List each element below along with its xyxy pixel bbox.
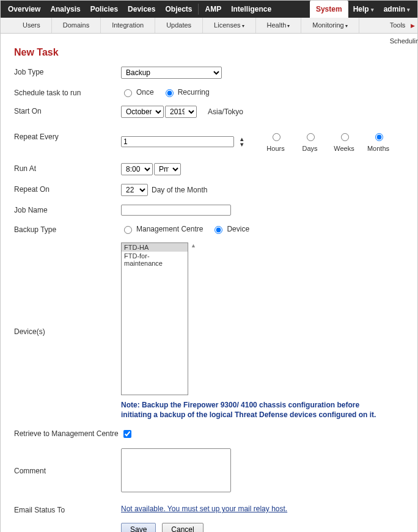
run-at-hour-select[interactable]: 8:00 <box>121 163 153 175</box>
start-month-select[interactable]: October <box>121 106 164 118</box>
job-type-label: Job Type <box>14 67 121 76</box>
repeat-stepper[interactable]: ▴ ▾ <box>240 136 244 147</box>
nav-policies[interactable]: Policies <box>86 1 123 18</box>
job-name-input[interactable] <box>121 205 231 216</box>
devices-note: Note: Backup the Firepower 9300/ 4100 ch… <box>121 400 390 420</box>
nav-system[interactable]: System <box>310 1 348 18</box>
schedule-once-radio[interactable]: Once <box>121 87 154 97</box>
tab-health[interactable]: Health▾ <box>256 18 302 33</box>
repeat-on-suffix: Day of the Month <box>152 186 207 194</box>
comment-textarea[interactable] <box>121 448 231 492</box>
repeat-on-day-select[interactable]: 22 <box>121 184 148 196</box>
email-relay-link[interactable]: Not available. You must set up your mail… <box>121 505 287 513</box>
timezone-text: Asia/Tokyo <box>208 107 243 116</box>
scroll-up-icon[interactable]: ▲ <box>191 242 196 249</box>
start-on-label: Start On <box>14 106 121 115</box>
unit-hours-label: Hours <box>258 145 293 152</box>
unit-days-radio[interactable] <box>307 133 315 141</box>
chevron-right-icon: ▶ <box>411 23 415 29</box>
cancel-button[interactable]: Cancel <box>162 523 203 532</box>
chevron-down-icon: ▾ <box>371 7 374 13</box>
unit-days-label: Days <box>293 145 327 152</box>
nav-admin[interactable]: admin▾ <box>379 1 415 18</box>
devices-listbox[interactable]: FTD-HA FTD-for-maintenance <box>121 242 188 395</box>
unit-weeks-label: Weeks <box>327 145 361 152</box>
page-title: New Task <box>14 47 405 58</box>
tab-domains[interactable]: Domains <box>52 18 101 33</box>
unit-months-radio[interactable] <box>375 133 383 141</box>
backup-type-label: Backup Type <box>14 224 121 234</box>
run-at-label: Run At <box>14 163 121 173</box>
retrieve-checkbox[interactable] <box>123 430 131 438</box>
email-label: Email Status To <box>14 505 121 514</box>
nav-amp[interactable]: AMP <box>200 1 226 18</box>
nav-help[interactable]: Help▾ <box>348 1 379 18</box>
backup-device-radio[interactable]: Device <box>211 224 249 234</box>
tab-users[interactable]: Users <box>12 18 52 33</box>
unit-months-label: Months <box>361 145 395 152</box>
tab-integration[interactable]: Integration <box>101 18 155 33</box>
breadcrumb-current[interactable]: Scheduling <box>390 37 418 45</box>
tab-monitoring[interactable]: Monitoring▾ <box>301 18 359 33</box>
tab-updates[interactable]: Updates <box>155 18 203 33</box>
tab-licenses[interactable]: Licenses▾ <box>203 18 255 33</box>
nav-separator <box>198 4 199 15</box>
backup-mgmt-radio[interactable]: Management Centre <box>121 224 203 234</box>
repeat-every-label: Repeat Every <box>14 131 121 141</box>
retrieve-label: Retrieve to Management Centre <box>14 428 121 438</box>
device-option[interactable]: FTD-HA <box>122 243 188 252</box>
form-body: New Task Job Type Backup Schedule task t… <box>1 34 417 532</box>
job-name-label: Job Name <box>14 205 121 214</box>
nav-analysis[interactable]: Analysis <box>45 1 85 18</box>
start-year-select[interactable]: 2019 <box>165 106 197 118</box>
job-type-select[interactable]: Backup <box>121 67 222 79</box>
run-at-ampm-select[interactable]: Pm <box>154 163 181 175</box>
device-option[interactable]: FTD-for-maintenance <box>122 252 188 268</box>
schedule-recurring-radio[interactable]: Recurring <box>163 87 210 97</box>
nav-devices[interactable]: Devices <box>123 1 160 18</box>
nav-overview[interactable]: Overview <box>3 1 45 18</box>
top-nav: Overview Analysis Policies Devices Objec… <box>1 1 417 18</box>
breadcrumb-root[interactable]: Tools <box>390 21 406 29</box>
sub-nav: Users Domains Integration Updates Licens… <box>1 18 417 34</box>
repeat-on-label: Repeat On <box>14 184 121 194</box>
unit-weeks-radio[interactable] <box>341 133 349 141</box>
unit-hours-radio[interactable] <box>273 133 280 141</box>
nav-objects[interactable]: Objects <box>160 1 197 18</box>
breadcrumb: Tools ▶ Scheduling ⟳ <box>381 18 418 33</box>
schedule-label: Schedule task to run <box>14 87 121 97</box>
devices-label: Device(s) <box>14 326 121 336</box>
nav-intelligence[interactable]: Intelligence <box>226 1 276 18</box>
comment-label: Comment <box>14 465 121 475</box>
repeat-every-input[interactable] <box>121 136 234 147</box>
chevron-down-icon: ▾ <box>407 7 410 13</box>
stepper-down-icon[interactable]: ▾ <box>240 142 244 147</box>
save-button[interactable]: Save <box>121 523 156 532</box>
